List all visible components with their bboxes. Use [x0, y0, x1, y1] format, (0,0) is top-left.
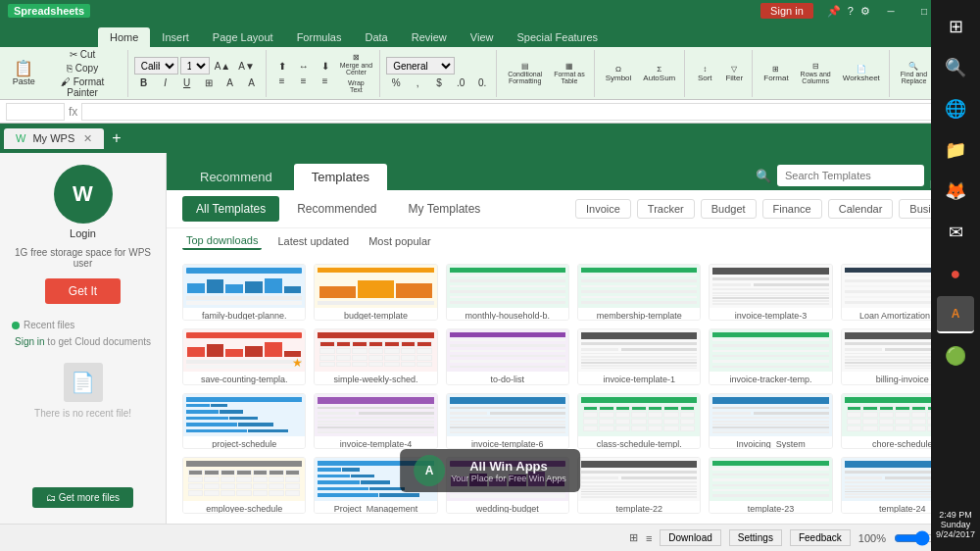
template-item-2[interactable]: monthly-household-b. [446, 264, 569, 321]
get-it-button[interactable]: Get It [45, 278, 121, 304]
templates-tab[interactable]: Templates [294, 164, 387, 190]
taskbar-search-icon[interactable]: 🔍 [937, 49, 974, 86]
feedback-button[interactable]: Feedback [790, 529, 851, 546]
copy-button[interactable]: ⎘ Copy [42, 62, 123, 75]
font-family-select[interactable]: Calibri [134, 57, 178, 75]
taskbar-firefox-icon[interactable]: 🦊 [937, 173, 974, 210]
tab-page-layout[interactable]: Page Layout [201, 27, 285, 47]
template-item-1[interactable]: budget-template [314, 264, 437, 321]
taskbar-windows-icon[interactable]: ⊞ [937, 8, 974, 45]
align-bottom-button[interactable]: ⬇ [316, 60, 335, 73]
template-item-0[interactable]: family-budget-planne. [182, 264, 306, 321]
template-item-6[interactable]: ★save-counting-templa. [182, 328, 306, 385]
autosum-button[interactable]: Σ AutoSum [638, 52, 680, 95]
border-button[interactable]: ⊞ [199, 76, 219, 89]
number-format-select[interactable]: General [386, 57, 455, 75]
template-item-14[interactable]: invoice-template-6 [446, 393, 569, 450]
conditional-formatting-button[interactable]: ▤ Conditional Formatting [503, 52, 547, 95]
add-sheet-button[interactable]: + [106, 129, 126, 147]
align-center-button[interactable]: ≡ [294, 75, 314, 87]
recommended-subtab[interactable]: Recommended [283, 196, 390, 222]
my-templates-subtab[interactable]: My Templates [395, 196, 495, 222]
settings-title-icon[interactable]: ⚙ [860, 5, 870, 17]
grid-view-icon[interactable]: ⊞ [629, 531, 638, 544]
template-item-10[interactable]: invoice-tracker-temp. [709, 328, 832, 385]
align-top-button[interactable]: ⬆ [272, 60, 292, 73]
worksheet-button[interactable]: 📄 Worksheet [838, 52, 885, 95]
tab-data[interactable]: Data [353, 27, 399, 47]
name-box-input[interactable] [6, 103, 65, 121]
settings-status-button[interactable]: Settings [729, 529, 782, 546]
template-item-15[interactable]: class-schedule-templ. [577, 393, 701, 450]
recommend-tab[interactable]: Recommend [182, 164, 290, 190]
template-item-13[interactable]: invoice-template-4 [314, 393, 437, 450]
font-shrink-button[interactable]: A▼ [235, 60, 258, 73]
comma-button[interactable]: , [408, 76, 427, 89]
merge-center-button[interactable]: ⊠ Merge and Center [337, 52, 375, 76]
formula-input[interactable] [81, 103, 974, 121]
filter-finance[interactable]: Finance [762, 199, 822, 219]
filter-budget[interactable]: Budget [701, 199, 757, 219]
align-left-button[interactable]: ≡ [272, 75, 292, 87]
increase-decimal-button[interactable]: .0 [451, 76, 470, 89]
taskbar-mail-icon[interactable]: ✉ [937, 214, 974, 251]
template-item-12[interactable]: project-schedule [182, 393, 306, 450]
filter-button[interactable]: ▽ Filter [720, 52, 748, 95]
top-downloads-filter[interactable]: Top downloads [182, 232, 262, 250]
align-middle-button[interactable]: ↔ [294, 60, 314, 73]
filter-tracker[interactable]: Tracker [637, 199, 695, 219]
tab-review[interactable]: Review [400, 27, 459, 47]
latest-updated-filter[interactable]: Latest updated [273, 233, 353, 249]
sign-in-title-button[interactable]: Sign in [760, 3, 813, 19]
format-as-table-button[interactable]: ▦ Format as Table [549, 52, 590, 95]
currency-button[interactable]: $ [429, 76, 449, 89]
taskbar-green-icon[interactable]: 🟢 [937, 337, 974, 375]
template-item-22[interactable]: template-23 [709, 457, 832, 514]
tab-view[interactable]: View [459, 27, 506, 47]
tab-insert[interactable]: Insert [150, 27, 201, 47]
symbol-button[interactable]: Ω Symbol [601, 52, 637, 95]
template-item-16[interactable]: Invoicing_System [709, 393, 832, 450]
filter-calendar[interactable]: Calendar [828, 199, 894, 219]
sheet-view-icon[interactable]: ≡ [646, 532, 652, 544]
template-item-9[interactable]: invoice-template-1 [577, 328, 701, 385]
template-search-input[interactable] [777, 165, 924, 186]
taskbar-red-icon[interactable]: ● [937, 255, 974, 292]
font-size-select[interactable]: 12 [180, 57, 210, 75]
template-item-7[interactable]: simple-weekly-sched. [314, 328, 437, 385]
find-replace-button[interactable]: 🔍 Find and Replace [896, 52, 932, 95]
underline-button[interactable]: U [177, 76, 197, 89]
tab-special-features[interactable]: Special Features [505, 27, 610, 47]
filter-invoice[interactable]: Invoice [575, 199, 631, 219]
fill-color-button[interactable]: A [220, 76, 240, 89]
tab-formulas[interactable]: Formulas [285, 27, 354, 47]
get-more-files-button[interactable]: 🗂 Get more files [32, 487, 133, 508]
cut-button[interactable]: ✂ Cut [42, 48, 123, 61]
wrap-text-button[interactable]: Wrap Text [337, 78, 375, 94]
all-templates-subtab[interactable]: All Templates [182, 196, 279, 222]
sign-in-link[interactable]: Sign in [15, 336, 45, 347]
format-button[interactable]: ⊞ Format [759, 52, 793, 95]
minimize-button[interactable]: ─ [876, 0, 906, 22]
download-button[interactable]: Download [660, 529, 720, 546]
template-item-18[interactable]: employee-schedule [182, 457, 306, 514]
italic-button[interactable]: I [156, 76, 175, 89]
bold-button[interactable]: B [134, 76, 154, 89]
template-item-21[interactable]: template-22 [577, 457, 701, 514]
most-popular-filter[interactable]: Most popular [365, 233, 435, 249]
tab-home[interactable]: Home [98, 27, 150, 47]
help-icon[interactable]: ? [848, 5, 854, 17]
pin-icon[interactable]: 📌 [827, 5, 841, 17]
template-item-8[interactable]: to-do-list [446, 328, 569, 385]
sheet-tab-my-wps[interactable]: W My WPS ✕ [4, 128, 104, 149]
decrease-decimal-button[interactable]: 0. [472, 76, 492, 89]
template-item-4[interactable]: invoice-template-3 [709, 264, 832, 321]
align-right-button[interactable]: ≡ [316, 75, 335, 87]
format-painter-button[interactable]: 🖌 Format Painter [42, 75, 123, 99]
font-color-button[interactable]: A [242, 76, 262, 89]
font-grow-button[interactable]: A▲ [212, 60, 234, 73]
template-item-3[interactable]: membership-template [577, 264, 701, 321]
taskbar-files-icon[interactable]: 📁 [937, 131, 974, 169]
sheet-tab-close[interactable]: ✕ [83, 132, 92, 144]
sort-button[interactable]: ↕ Sort [691, 52, 718, 95]
